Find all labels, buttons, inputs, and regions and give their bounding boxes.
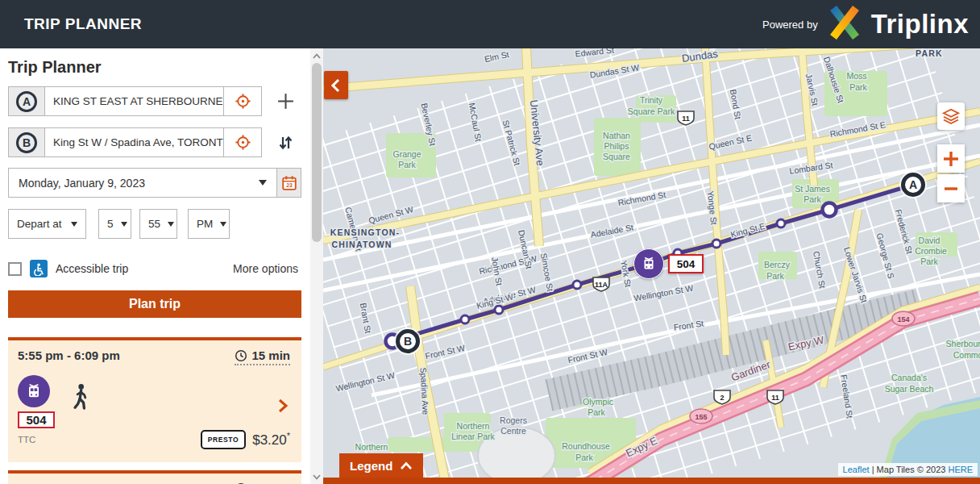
- accessible-row: Accessible trip More options: [8, 260, 301, 277]
- itinerary-modes: 504: [18, 375, 290, 428]
- svg-text:Park: Park: [398, 160, 416, 169]
- plus-icon: [942, 150, 960, 168]
- minute-select[interactable]: 55: [139, 209, 177, 239]
- zoom-in-button[interactable]: [937, 144, 965, 173]
- legend-bar-collapsed[interactable]: [323, 478, 980, 484]
- svg-text:Park: Park: [588, 407, 605, 417]
- svg-text:Square: Square: [603, 152, 630, 161]
- depart-mode-value: Depart at: [17, 218, 62, 230]
- map-layers-button[interactable]: [937, 102, 965, 130]
- svg-text:Olympic: Olympic: [583, 397, 613, 407]
- route-vehicle-marker[interactable]: [633, 248, 664, 279]
- svg-text:11: 11: [682, 115, 690, 123]
- scrollbar-thumb[interactable]: [312, 63, 322, 242]
- destination-field[interactable]: B King St W / Spadina Ave, TORONT: [8, 127, 262, 157]
- sidebar-heading: Trip Planner: [8, 58, 102, 77]
- svg-text:Park: Park: [575, 453, 593, 462]
- svg-text:Grange: Grange: [392, 149, 421, 159]
- accessible-trip-label: Accessible trip: [56, 262, 128, 275]
- map-marker-a[interactable]: A: [901, 173, 925, 197]
- svg-text:KENSINGTON-: KENSINGTON-: [330, 227, 401, 237]
- trip-planner-sidebar: Trip Planner A KING ST EAST AT SHERBOURN…: [0, 48, 323, 484]
- destination-b-badge: B: [9, 128, 45, 156]
- map-marker-b[interactable]: B: [396, 329, 420, 353]
- svg-text:2: 2: [720, 394, 724, 402]
- destination-input[interactable]: King St W / Spadina Ave, TORONT: [45, 128, 223, 156]
- swap-locations-button[interactable]: [272, 127, 299, 157]
- chevron-down-icon: [220, 222, 226, 227]
- itinerary-card-1[interactable]: 5:55 pm - 6:09 pm 15 min: [8, 337, 301, 462]
- destination-locate-button[interactable]: [223, 128, 261, 156]
- scroll-down-arrow[interactable]: [310, 469, 323, 484]
- calendar-icon: 23: [280, 174, 298, 192]
- here-link[interactable]: HERE: [948, 465, 973, 474]
- svg-text:Crombie: Crombie: [915, 246, 947, 256]
- svg-text:Philips: Philips: [604, 141, 629, 151]
- fare-price: $3.20*: [252, 431, 290, 449]
- svg-text:Roundhouse: Roundhouse: [562, 441, 610, 451]
- svg-text:Centre: Centre: [500, 426, 526, 436]
- origin-locate-button[interactable]: [223, 87, 261, 115]
- itinerary-card-2[interactable]: 6:00 pm - 6:14 pm 15 min: [8, 470, 301, 484]
- plus-icon: [276, 91, 296, 111]
- walk-mode-icon: [69, 383, 92, 415]
- svg-text:David: David: [919, 236, 941, 245]
- origin-a-badge: A: [9, 87, 45, 115]
- route-number-map-badge: 504: [668, 254, 704, 273]
- date-value: Monday, January 9, 2023: [9, 177, 259, 190]
- swap-arrows-icon: [276, 133, 295, 152]
- hour-select[interactable]: 5: [98, 209, 131, 239]
- add-waypoint-button[interactable]: [272, 86, 299, 116]
- plan-trip-button[interactable]: Plan trip: [8, 290, 301, 318]
- minus-icon: [942, 180, 960, 198]
- map-pane[interactable]: Elm StEdward StDundas St WDundasBeverley…: [323, 48, 980, 484]
- itinerary-duration: 15 min: [235, 348, 290, 365]
- app-header: TRIP PLANNER Powered by Triplinx: [0, 0, 980, 48]
- legend-toggle-button[interactable]: Legend: [339, 453, 423, 478]
- svg-text:Square Park: Square Park: [628, 106, 675, 116]
- wheelchair-icon: [30, 260, 48, 277]
- svg-text:Northern: Northern: [457, 421, 490, 431]
- triplinx-x-logo-icon: [826, 4, 863, 44]
- chevron-down-icon: [71, 222, 77, 227]
- ampm-value: PM: [197, 218, 213, 230]
- origin-field[interactable]: A KING ST EAST AT SHERBOURNE: [8, 86, 262, 116]
- chevron-right-icon[interactable]: [277, 398, 289, 417]
- svg-text:155: 155: [695, 413, 707, 421]
- svg-text:St James: St James: [795, 184, 830, 194]
- clock-icon: [235, 349, 247, 362]
- a-circle-icon: A: [16, 91, 37, 112]
- svg-text:CHINATOWN: CHINATOWN: [331, 240, 392, 249]
- depart-mode-select[interactable]: Depart at: [8, 209, 86, 239]
- agency-label: TTC: [18, 435, 35, 444]
- svg-text:Park: Park: [849, 82, 867, 92]
- svg-text:Berczy: Berczy: [764, 260, 791, 269]
- collapse-sidebar-button[interactable]: [324, 71, 348, 99]
- presto-badge: PRESTO: [201, 430, 246, 449]
- more-options-link[interactable]: More options: [233, 262, 298, 275]
- route-number-badge: 504: [18, 411, 55, 428]
- svg-text:Moss: Moss: [846, 71, 866, 81]
- svg-text:Sugar Beach: Sugar Beach: [885, 384, 934, 394]
- svg-text:Northern: Northern: [355, 442, 388, 452]
- zoom-out-button[interactable]: [937, 174, 965, 202]
- legend-label: Legend: [350, 459, 392, 473]
- svg-text:Common: Common: [953, 350, 980, 360]
- streetcar-icon: [640, 255, 658, 273]
- sidebar-scrollbar[interactable]: [310, 48, 323, 484]
- ampm-select[interactable]: PM: [188, 209, 230, 239]
- map-attribution: Leaflet | Map Tiles © 2023 HERE: [838, 463, 978, 476]
- leaflet-link[interactable]: Leaflet: [843, 465, 870, 474]
- hour-value: 5: [107, 218, 114, 230]
- origin-input[interactable]: KING ST EAST AT SHERBOURNE: [45, 87, 223, 115]
- svg-text:Canada's: Canada's: [891, 373, 927, 382]
- svg-text:Linear Park: Linear Park: [451, 432, 495, 441]
- svg-text:23: 23: [286, 182, 293, 188]
- calendar-picker-button[interactable]: 23: [276, 169, 301, 197]
- scroll-up-arrow[interactable]: [310, 48, 323, 63]
- svg-text:Rogers: Rogers: [500, 415, 527, 425]
- date-select[interactable]: Monday, January 9, 2023 23: [8, 168, 301, 198]
- chevron-down-icon: [168, 222, 174, 227]
- minute-value: 55: [148, 218, 160, 230]
- accessible-trip-checkbox[interactable]: [8, 262, 22, 276]
